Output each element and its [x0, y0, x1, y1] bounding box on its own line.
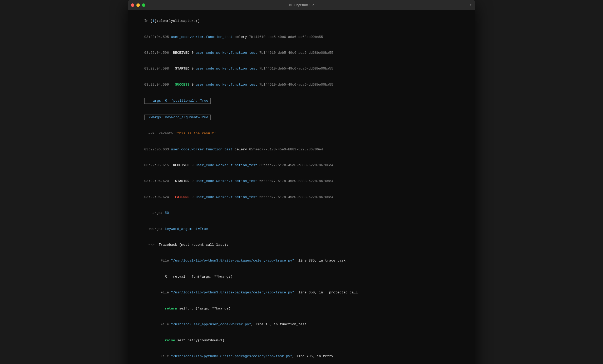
tb-line7: File "/usr/local/lib/python3.8/site-pack… — [132, 348, 471, 364]
prompt-line: In [1]:clearlycli.capture() — [132, 13, 471, 29]
args2-line: args: 50 — [132, 205, 471, 221]
tb-line1: File "/usr/local/lib/python3.8/site-pack… — [132, 253, 471, 269]
task1-success-line: 03:22:04.599 SUCCESS 0 user_code.worker.… — [132, 77, 471, 93]
result-line: ==> <event> 'this is the result' — [132, 126, 471, 141]
task1-started-line: 03:22:04.598 STARTED 0 user_code.worker.… — [132, 61, 471, 77]
task2-failure-line: 03:22:06.624 FAILURE 0 user_code.worker.… — [132, 189, 471, 205]
expand-icon[interactable]: ⬆ — [469, 2, 472, 8]
task2-sent-line: 03:22:06.603 user_code.worker.function_t… — [132, 141, 471, 157]
maximize-button[interactable] — [142, 3, 145, 7]
tb-line4: return self.run(*args, **kwargs) — [132, 301, 471, 317]
close-button[interactable] — [131, 3, 134, 7]
tb-line5: File "/usr/src/user_app/user_code/worker… — [132, 317, 471, 332]
task1-received-line: 03:22:04.596 RECEIVED 0 user_code.worker… — [132, 45, 471, 61]
minimize-button[interactable] — [136, 3, 140, 7]
task2-started-line: 03:22:06.620 STARTED 0 user_code.worker.… — [132, 173, 471, 189]
task2-received-line: 03:22:06.615 RECEIVED 0 user_code.worker… — [132, 158, 471, 173]
traffic-lights — [131, 3, 145, 7]
tb-line2: R = retval = fun(*args, **kwargs) — [132, 269, 471, 285]
task1-sent-line: 03:22:04.595 user_code.worker.function_t… — [132, 29, 471, 45]
tb-line3: File "/usr/local/lib/python3.8/site-pack… — [132, 285, 471, 301]
traceback-header-line: ==> Traceback (most recent call last): — [132, 237, 471, 253]
terminal-body[interactable]: In [1]:clearlycli.capture() 03:22:04.595… — [128, 10, 475, 364]
kwargs-line: kwargs: keyword_argument=True — [132, 109, 471, 126]
tb-line6: raise self.retry(countdown=1) — [132, 332, 471, 348]
terminal-window: 🖥 IPython: / ⬆ In [1]:clearlycli.capture… — [128, 0, 475, 364]
terminal-icon: 🖥 — [289, 3, 292, 7]
window-title: 🖥 IPython: / — [289, 3, 314, 7]
kwargs2-line: kwargs: keyword_argument=True — [132, 221, 471, 237]
titlebar: 🖥 IPython: / ⬆ — [128, 0, 475, 10]
args-line: args: 0, 'positional', True — [132, 93, 471, 109]
